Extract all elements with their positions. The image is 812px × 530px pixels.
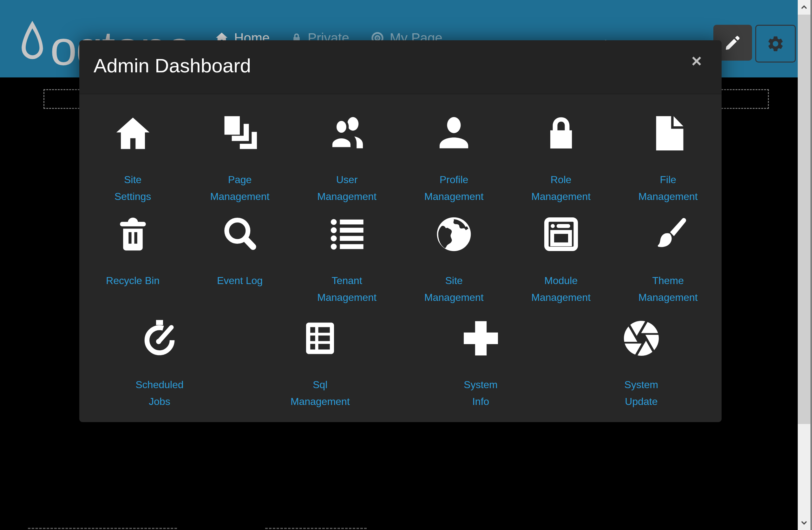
tile-tenant-management[interactable]: TenantManagement: [293, 213, 401, 306]
tile-module-management[interactable]: ModuleManagement: [508, 213, 615, 306]
pencil-icon: [724, 34, 742, 52]
file-icon: [647, 112, 689, 154]
scrollbar-thumb[interactable]: [798, 15, 810, 424]
modal-header: Admin Dashboard ×: [79, 40, 722, 94]
scroll-down-arrow[interactable]: [798, 515, 810, 530]
lock-icon: [540, 112, 582, 154]
close-icon[interactable]: ×: [685, 50, 708, 72]
tile-row-1: SiteSettings PageManagement UserManageme…: [79, 112, 722, 205]
table-icon: [299, 317, 341, 359]
tile-theme-management[interactable]: ThemeManagement: [615, 213, 722, 306]
tile-system-info[interactable]: SystemInfo: [401, 317, 561, 410]
magnifier-icon: [219, 213, 261, 255]
list-icon: [326, 213, 368, 255]
tile-system-update[interactable]: SystemUpdate: [561, 317, 722, 410]
tile-event-log[interactable]: Event Log: [187, 213, 294, 306]
trash-icon: [112, 213, 154, 255]
chevron-up-icon: [800, 3, 808, 11]
window-icon: [540, 213, 582, 255]
users-icon: [326, 112, 368, 154]
globe-icon: [433, 213, 475, 255]
admin-dashboard-modal: Admin Dashboard × SiteSettings PageManag…: [79, 40, 722, 422]
clipped-content-fragment: [28, 528, 177, 530]
tile-scheduled-jobs[interactable]: ScheduledJobs: [79, 317, 240, 410]
aperture-icon: [620, 317, 662, 359]
pages-icon: [219, 112, 261, 154]
tile-site-settings[interactable]: SiteSettings: [79, 112, 187, 205]
water-drop-icon: [19, 15, 46, 69]
vertical-scrollbar: [798, 0, 812, 530]
brush-icon: [647, 213, 689, 255]
person-icon: [433, 112, 475, 154]
gear-icon: [766, 34, 785, 53]
tile-file-management[interactable]: FileManagement: [615, 112, 722, 205]
tile-row-2: Recycle Bin Event Log TenantManagement: [79, 213, 722, 306]
tile-user-management[interactable]: UserManagement: [293, 112, 401, 205]
tile-row-3: ScheduledJobs SqlManagement SystemInfo S…: [79, 317, 722, 410]
tile-page-management[interactable]: PageManagement: [187, 112, 294, 205]
stopwatch-icon: [139, 317, 180, 359]
modal-title: Admin Dashboard: [93, 54, 251, 77]
settings-button[interactable]: [755, 25, 796, 62]
tile-profile-management[interactable]: ProfileManagement: [401, 112, 508, 205]
tile-role-management[interactable]: RoleManagement: [508, 112, 615, 205]
tile-recycle-bin[interactable]: Recycle Bin: [79, 213, 187, 306]
window-edge: [810, 0, 812, 530]
home-icon: [112, 112, 154, 154]
clipped-content-fragment: [265, 528, 367, 530]
chevron-down-icon: [800, 519, 808, 527]
scroll-up-arrow[interactable]: [798, 0, 810, 15]
plus-icon: [460, 317, 502, 359]
tile-sql-management[interactable]: SqlManagement: [240, 317, 400, 410]
tile-site-management[interactable]: SiteManagement: [401, 213, 508, 306]
